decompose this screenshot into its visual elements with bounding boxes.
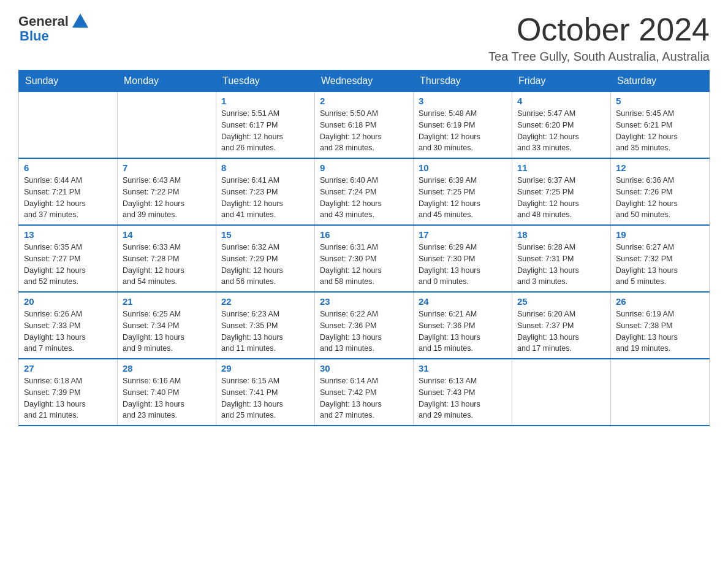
day-info: Sunrise: 5:47 AMSunset: 6:20 PMDaylight:… <box>517 108 605 154</box>
day-info: Sunrise: 5:48 AMSunset: 6:19 PMDaylight:… <box>419 108 507 154</box>
day-number: 17 <box>419 229 507 240</box>
calendar-cell: 16Sunrise: 6:31 AMSunset: 7:30 PMDayligh… <box>315 225 414 292</box>
day-info: Sunrise: 6:16 AMSunset: 7:40 PMDaylight:… <box>123 375 211 421</box>
day-info: Sunrise: 5:51 AMSunset: 6:17 PMDaylight:… <box>221 108 309 154</box>
calendar-cell: 21Sunrise: 6:25 AMSunset: 7:34 PMDayligh… <box>118 292 216 359</box>
calendar-cell: 27Sunrise: 6:18 AMSunset: 7:39 PMDayligh… <box>19 359 118 426</box>
calendar-cell: 9Sunrise: 6:40 AMSunset: 7:24 PMDaylight… <box>315 158 414 225</box>
header-thursday: Thursday <box>414 71 512 92</box>
day-info: Sunrise: 6:28 AMSunset: 7:31 PMDaylight:… <box>517 242 605 288</box>
calendar-cell: 20Sunrise: 6:26 AMSunset: 7:33 PMDayligh… <box>19 292 118 359</box>
day-number: 21 <box>123 296 211 307</box>
day-info: Sunrise: 6:32 AMSunset: 7:29 PMDaylight:… <box>221 242 309 288</box>
day-number: 14 <box>123 229 211 240</box>
day-number: 29 <box>221 363 309 373</box>
day-info: Sunrise: 6:41 AMSunset: 7:23 PMDaylight:… <box>221 175 309 221</box>
week-row-2: 6Sunrise: 6:44 AMSunset: 7:21 PMDaylight… <box>19 158 710 225</box>
page-header: General Blue October 2024 Tea Tree Gully… <box>18 12 710 64</box>
calendar-cell: 1Sunrise: 5:51 AMSunset: 6:17 PMDaylight… <box>216 92 315 159</box>
title-block: October 2024 Tea Tree Gully, South Austr… <box>488 12 710 64</box>
calendar-cell: 6Sunrise: 6:44 AMSunset: 7:21 PMDaylight… <box>19 158 118 225</box>
day-number: 6 <box>24 163 112 173</box>
day-number: 5 <box>616 96 704 106</box>
logo-blue: Blue <box>20 28 49 44</box>
calendar-cell: 13Sunrise: 6:35 AMSunset: 7:27 PMDayligh… <box>19 225 118 292</box>
day-number: 19 <box>616 229 704 240</box>
day-info: Sunrise: 6:37 AMSunset: 7:25 PMDaylight:… <box>517 175 605 221</box>
calendar-cell <box>118 92 216 159</box>
calendar-cell: 23Sunrise: 6:22 AMSunset: 7:36 PMDayligh… <box>315 292 414 359</box>
day-number: 7 <box>123 163 211 173</box>
calendar-header-row: SundayMondayTuesdayWednesdayThursdayFrid… <box>19 71 710 92</box>
day-number: 15 <box>221 229 309 240</box>
day-number: 22 <box>221 296 309 307</box>
day-number: 12 <box>616 163 704 173</box>
logo-icon <box>71 12 89 31</box>
day-number: 13 <box>24 229 112 240</box>
day-info: Sunrise: 6:26 AMSunset: 7:33 PMDaylight:… <box>24 308 112 354</box>
day-number: 3 <box>419 96 507 106</box>
calendar-table: SundayMondayTuesdayWednesdayThursdayFrid… <box>18 70 710 426</box>
day-info: Sunrise: 6:29 AMSunset: 7:30 PMDaylight:… <box>419 242 507 288</box>
day-number: 23 <box>320 296 408 307</box>
day-number: 24 <box>419 296 507 307</box>
calendar-cell: 17Sunrise: 6:29 AMSunset: 7:30 PMDayligh… <box>414 225 512 292</box>
day-info: Sunrise: 6:31 AMSunset: 7:30 PMDaylight:… <box>320 242 408 288</box>
day-number: 31 <box>419 363 507 373</box>
day-info: Sunrise: 5:50 AMSunset: 6:18 PMDaylight:… <box>320 108 408 154</box>
calendar-cell: 3Sunrise: 5:48 AMSunset: 6:19 PMDaylight… <box>414 92 512 159</box>
day-info: Sunrise: 6:18 AMSunset: 7:39 PMDaylight:… <box>24 375 112 421</box>
header-monday: Monday <box>118 71 216 92</box>
day-number: 20 <box>24 296 112 307</box>
day-info: Sunrise: 6:43 AMSunset: 7:22 PMDaylight:… <box>123 175 211 221</box>
day-number: 10 <box>419 163 507 173</box>
day-info: Sunrise: 6:19 AMSunset: 7:38 PMDaylight:… <box>616 308 704 354</box>
day-number: 30 <box>320 363 408 373</box>
day-number: 16 <box>320 229 408 240</box>
header-friday: Friday <box>512 71 611 92</box>
calendar-cell: 2Sunrise: 5:50 AMSunset: 6:18 PMDaylight… <box>315 92 414 159</box>
calendar-cell: 30Sunrise: 6:14 AMSunset: 7:42 PMDayligh… <box>315 359 414 426</box>
calendar-cell <box>512 359 611 426</box>
day-number: 9 <box>320 163 408 173</box>
day-info: Sunrise: 6:40 AMSunset: 7:24 PMDaylight:… <box>320 175 408 221</box>
header-saturday: Saturday <box>611 71 710 92</box>
day-info: Sunrise: 6:44 AMSunset: 7:21 PMDaylight:… <box>24 175 112 221</box>
calendar-cell: 4Sunrise: 5:47 AMSunset: 6:20 PMDaylight… <box>512 92 611 159</box>
day-info: Sunrise: 6:39 AMSunset: 7:25 PMDaylight:… <box>419 175 507 221</box>
week-row-4: 20Sunrise: 6:26 AMSunset: 7:33 PMDayligh… <box>19 292 710 359</box>
day-info: Sunrise: 6:22 AMSunset: 7:36 PMDaylight:… <box>320 308 408 354</box>
header-sunday: Sunday <box>19 71 118 92</box>
day-number: 8 <box>221 163 309 173</box>
calendar-cell: 7Sunrise: 6:43 AMSunset: 7:22 PMDaylight… <box>118 158 216 225</box>
header-tuesday: Tuesday <box>216 71 315 92</box>
day-number: 18 <box>517 229 605 240</box>
day-number: 2 <box>320 96 408 106</box>
day-info: Sunrise: 6:14 AMSunset: 7:42 PMDaylight:… <box>320 375 408 421</box>
calendar-cell: 15Sunrise: 6:32 AMSunset: 7:29 PMDayligh… <box>216 225 315 292</box>
calendar-cell: 8Sunrise: 6:41 AMSunset: 7:23 PMDaylight… <box>216 158 315 225</box>
header-wednesday: Wednesday <box>315 71 414 92</box>
day-info: Sunrise: 6:36 AMSunset: 7:26 PMDaylight:… <box>616 175 704 221</box>
day-info: Sunrise: 6:13 AMSunset: 7:43 PMDaylight:… <box>419 375 507 421</box>
day-info: Sunrise: 6:33 AMSunset: 7:28 PMDaylight:… <box>123 242 211 288</box>
day-number: 26 <box>616 296 704 307</box>
week-row-5: 27Sunrise: 6:18 AMSunset: 7:39 PMDayligh… <box>19 359 710 426</box>
calendar-cell: 5Sunrise: 5:45 AMSunset: 6:21 PMDaylight… <box>611 92 710 159</box>
day-number: 25 <box>517 296 605 307</box>
calendar-cell: 10Sunrise: 6:39 AMSunset: 7:25 PMDayligh… <box>414 158 512 225</box>
day-number: 27 <box>24 363 112 373</box>
calendar-cell: 22Sunrise: 6:23 AMSunset: 7:35 PMDayligh… <box>216 292 315 359</box>
calendar-cell: 31Sunrise: 6:13 AMSunset: 7:43 PMDayligh… <box>414 359 512 426</box>
day-info: Sunrise: 6:15 AMSunset: 7:41 PMDaylight:… <box>221 375 309 421</box>
day-info: Sunrise: 6:25 AMSunset: 7:34 PMDaylight:… <box>123 308 211 354</box>
day-number: 11 <box>517 163 605 173</box>
calendar-cell: 25Sunrise: 6:20 AMSunset: 7:37 PMDayligh… <box>512 292 611 359</box>
day-info: Sunrise: 5:45 AMSunset: 6:21 PMDaylight:… <box>616 108 704 154</box>
calendar-cell: 19Sunrise: 6:27 AMSunset: 7:32 PMDayligh… <box>611 225 710 292</box>
day-info: Sunrise: 6:27 AMSunset: 7:32 PMDaylight:… <box>616 242 704 288</box>
week-row-3: 13Sunrise: 6:35 AMSunset: 7:27 PMDayligh… <box>19 225 710 292</box>
day-number: 1 <box>221 96 309 106</box>
calendar-cell: 14Sunrise: 6:33 AMSunset: 7:28 PMDayligh… <box>118 225 216 292</box>
day-info: Sunrise: 6:21 AMSunset: 7:36 PMDaylight:… <box>419 308 507 354</box>
